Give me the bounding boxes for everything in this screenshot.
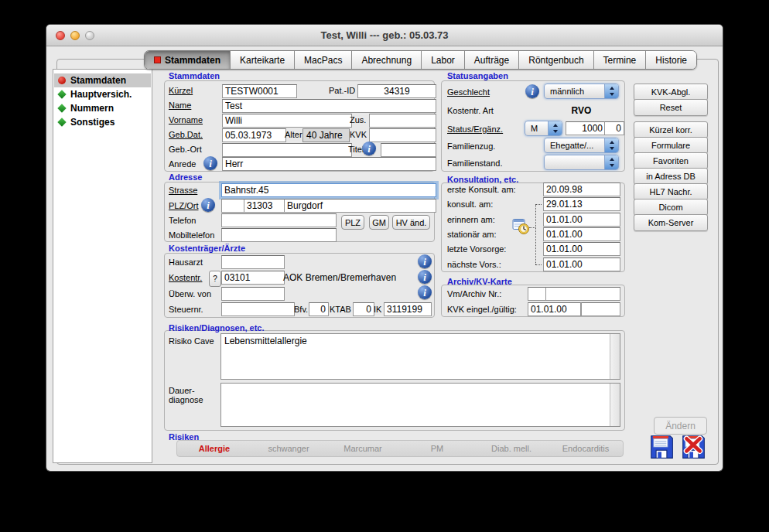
info-icon[interactable] <box>418 285 432 299</box>
kostentr-field[interactable] <box>221 271 285 285</box>
ort-field[interactable] <box>284 199 436 213</box>
risk-item-diab-mell[interactable]: Diab. mell. <box>474 444 549 453</box>
anrede-label: Anrede <box>169 159 196 169</box>
name-field[interactable] <box>222 99 436 113</box>
kuerzel-field[interactable] <box>222 84 297 98</box>
tab-stammdaten[interactable]: Stammdaten <box>145 51 231 69</box>
ktab-field[interactable] <box>353 302 374 316</box>
plz-field[interactable] <box>244 199 287 213</box>
info-icon[interactable] <box>203 156 217 170</box>
zus-field[interactable] <box>369 114 436 128</box>
ueberw-field[interactable] <box>221 287 285 301</box>
favoriten-button[interactable]: Favoriten <box>634 152 708 169</box>
mobiltelefon-field[interactable] <box>221 228 337 242</box>
sidebar-item-sonstiges[interactable]: Sonstiges <box>54 115 151 129</box>
tab-abrechnung[interactable]: Abrechnung <box>352 51 422 69</box>
stepper-arrows-icon <box>548 121 562 135</box>
status-ergaenzung-field[interactable] <box>604 121 624 135</box>
kvk-gueltig-field[interactable] <box>581 302 620 316</box>
kostentr-help-button[interactable]: ? <box>209 271 221 287</box>
risk-item-marcumar[interactable]: Marcumar <box>326 444 400 453</box>
info-icon[interactable] <box>418 254 432 268</box>
save-disk-icon[interactable] <box>648 434 675 460</box>
info-icon[interactable] <box>201 198 215 212</box>
plz-button[interactable]: PLZ <box>341 215 364 230</box>
letzte-vorsorge-field[interactable] <box>543 242 620 256</box>
kvk-field[interactable] <box>369 128 436 142</box>
patid-field[interactable] <box>357 84 436 98</box>
scrollbar-track[interactable] <box>610 384 620 426</box>
hv-aendern-button[interactable]: HV änd. <box>392 215 430 230</box>
tab-historie[interactable]: Historie <box>646 51 696 69</box>
info-icon[interactable] <box>525 84 539 98</box>
vorname-field[interactable] <box>222 114 352 128</box>
bfv-field[interactable] <box>309 302 329 316</box>
kostentr-art-label: Kostentr. Art <box>447 106 494 115</box>
sidebar-item-hauptversich[interactable]: Hauptversich. <box>54 87 151 101</box>
formulare-button[interactable]: Formulare <box>634 137 708 154</box>
dauerdiagnose-textarea[interactable] <box>220 383 620 427</box>
kvk-eingelesen-field[interactable] <box>528 302 581 316</box>
gm-button[interactable]: GM <box>369 215 389 230</box>
sidebar-item-stammdaten[interactable]: Stammdaten <box>54 73 151 87</box>
tab-auftraege[interactable]: Aufträge <box>465 51 519 69</box>
tab-karteikarte[interactable]: Karteikarte <box>231 51 295 69</box>
hl7-nachr-button[interactable]: HL7 Nachr. <box>634 183 708 200</box>
section-label-risiken: Risiken <box>169 432 199 442</box>
ik-field[interactable] <box>384 302 432 316</box>
status-value-field[interactable] <box>566 121 606 135</box>
sidebar-item-label: Nummern <box>70 103 114 114</box>
info-icon[interactable] <box>362 142 376 155</box>
tab-macpacs[interactable]: MacPacs <box>295 51 352 69</box>
red-circle-icon <box>58 77 66 84</box>
anrede-field[interactable] <box>222 157 436 171</box>
date-link-bracket <box>535 204 542 205</box>
aendern-button[interactable]: Ändern <box>654 417 707 435</box>
info-icon[interactable] <box>418 270 432 284</box>
erinnern-am-field[interactable] <box>543 213 620 227</box>
stationaer-am-field[interactable] <box>543 227 620 241</box>
risk-item-pm[interactable]: PM <box>400 444 474 453</box>
tab-labor[interactable]: Labor <box>422 51 465 69</box>
dicom-button[interactable]: Dicom <box>634 199 708 216</box>
tab-termine[interactable]: Termine <box>594 51 647 69</box>
kuerzel-korr-button[interactable]: Kürzel korr. <box>634 121 708 138</box>
naechste-vors-field[interactable] <box>543 257 620 271</box>
kom-server-button[interactable]: Kom-Server <box>634 214 708 231</box>
calendar-clock-icon[interactable] <box>512 218 531 235</box>
risk-item-endocarditis[interactable]: Endocarditis <box>549 444 623 453</box>
sidebar-item-nummern[interactable]: Nummern <box>54 101 151 115</box>
kostentr-art-value: RVO <box>544 105 619 116</box>
risk-item-allergie[interactable]: Allergie <box>177 444 251 453</box>
steuernr-label: Steuernr. <box>169 305 203 314</box>
kvk-abgleich-button[interactable]: KVK-Abgl. <box>634 84 708 101</box>
reset-button[interactable]: Reset <box>634 99 708 116</box>
status-popup[interactable]: M <box>525 121 562 136</box>
telefon-field[interactable] <box>221 213 337 227</box>
risiko-cave-textarea[interactable]: Lebensmittelallergie <box>220 333 620 380</box>
tab-roentgenbuch[interactable]: Röntgenbuch <box>519 51 593 69</box>
strasse-field[interactable] <box>221 183 436 197</box>
geschlecht-popup[interactable]: männlich <box>544 84 619 99</box>
sidebar-item-label: Sonstiges <box>70 117 114 128</box>
gebdat-label: Geb.Dat. <box>169 130 203 139</box>
ktab-label: KTAB <box>330 305 351 314</box>
titel-field[interactable] <box>381 143 436 157</box>
hausarzt-field[interactable] <box>221 255 285 269</box>
in-adress-db-button[interactable]: in Adress DB <box>634 168 708 185</box>
section-label-risiken-diagnosen: Risiken/Diagnosen, etc. <box>169 323 264 332</box>
familienzug-popup[interactable]: Ehegatte/... <box>544 138 619 153</box>
steuernr-field[interactable] <box>221 302 295 316</box>
risk-item-schwanger[interactable]: schwanger <box>251 444 326 453</box>
vmarchiv-label: Vm/Archiv Nr.: <box>447 289 501 298</box>
titlebar[interactable]: Test, Willi --- geb.: 05.03.73 <box>46 25 723 46</box>
gebort-field[interactable] <box>222 143 352 157</box>
kostentr-label: Kostentr. <box>169 273 202 282</box>
familienstand-popup[interactable] <box>544 155 619 170</box>
cancel-disk-icon[interactable] <box>680 434 706 460</box>
archiv-nr-field[interactable] <box>545 287 620 301</box>
konsult-am-field[interactable] <box>543 197 620 211</box>
scrollbar-track[interactable] <box>610 334 620 379</box>
erste-konsult-field[interactable] <box>543 182 620 196</box>
gebdat-field[interactable] <box>222 128 286 142</box>
